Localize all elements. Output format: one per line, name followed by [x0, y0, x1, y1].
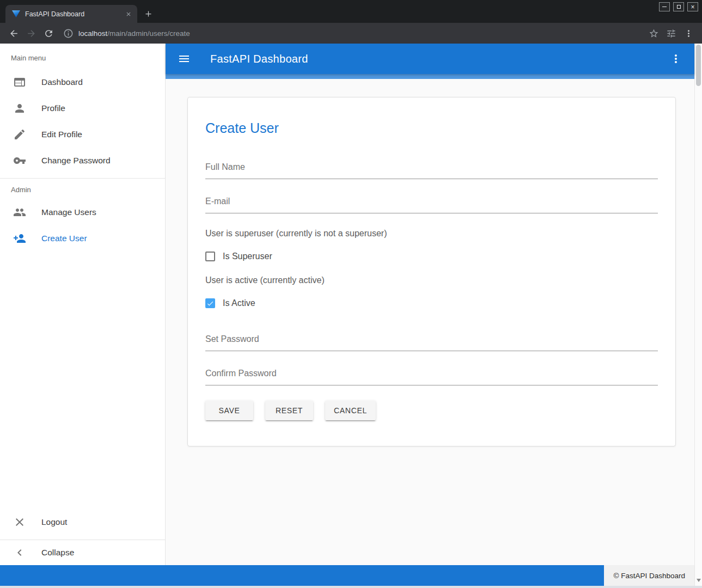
active-hint: User is active (currently active): [205, 275, 658, 285]
sidebar-item-label: Manage Users: [41, 207, 96, 217]
sidebar-item-label: Edit Profile: [41, 130, 82, 139]
create-user-card: Create User User is superuser (currently…: [187, 97, 676, 446]
browser-window: FastAPI Dashboard × localhost/: [0, 0, 702, 588]
set-password-input[interactable]: [205, 332, 658, 351]
sidebar-item-profile[interactable]: Profile: [0, 95, 165, 121]
sidebar-item-logout[interactable]: Logout: [0, 509, 165, 535]
page: Main menu Dashboard Profile: [0, 44, 702, 586]
sidebar-item-label: Dashboard: [41, 77, 83, 87]
sidebar-section-admin: Admin: [0, 179, 165, 199]
browser-menu-icon[interactable]: [680, 25, 697, 41]
content-area: Create User User is superuser (currently…: [166, 79, 694, 565]
active-checkbox-label: Is Active: [223, 298, 255, 308]
close-button[interactable]: ×: [687, 2, 698, 11]
appbar-more-icon[interactable]: [669, 52, 682, 65]
sidebar-item-label: Collapse: [41, 548, 74, 558]
url-path: /main/admin/users/create: [107, 29, 190, 38]
browser-tab[interactable]: FastAPI Dashboard: [5, 5, 137, 23]
full-name-input[interactable]: [205, 160, 658, 179]
active-checkbox[interactable]: [205, 298, 215, 308]
save-button[interactable]: SAVE: [205, 401, 253, 420]
window-controls: ×: [659, 2, 698, 11]
sidebar-spacer: [0, 252, 165, 509]
confirm-password-field: [205, 366, 658, 385]
sidebar-item-manage-users[interactable]: Manage Users: [0, 199, 165, 225]
site-info-icon[interactable]: [60, 25, 76, 41]
vuetify-logo-icon: [12, 10, 20, 17]
reset-button[interactable]: RESET: [265, 401, 313, 420]
form-actions: SAVE RESET CANCEL: [205, 401, 658, 420]
sidebar: Main menu Dashboard Profile: [0, 44, 166, 565]
url-text: localhost/main/admin/users/create: [78, 29, 190, 38]
set-password-field: [205, 332, 658, 351]
appbar-title: FastAPI Dashboard: [210, 53, 308, 65]
tab-title: FastAPI Dashboard: [25, 10, 119, 18]
sidebar-item-dashboard[interactable]: Dashboard: [0, 69, 165, 95]
tab-close-icon[interactable]: [124, 9, 133, 19]
back-icon[interactable]: [5, 25, 22, 41]
superuser-checkbox-row: Is Superuser: [205, 252, 658, 261]
url-host: localhost: [78, 29, 107, 38]
forward-icon[interactable]: [23, 25, 39, 41]
sidebar-item-label: Profile: [41, 103, 65, 113]
superuser-checkbox-label: Is Superuser: [223, 252, 272, 261]
chevron-left-icon: [13, 546, 26, 559]
check-icon: [206, 299, 214, 308]
page-title: Create User: [205, 120, 658, 136]
sidebar-item-collapse[interactable]: Collapse: [0, 540, 165, 565]
bookmark-star-icon[interactable]: [645, 25, 662, 41]
email-input[interactable]: [205, 194, 658, 213]
person-icon: [13, 102, 26, 115]
minimize-button[interactable]: [659, 2, 670, 11]
tab-strip: FastAPI Dashboard ×: [0, 0, 702, 23]
confirm-password-input[interactable]: [205, 366, 658, 385]
key-icon: [13, 154, 26, 167]
superuser-checkbox[interactable]: [205, 252, 215, 261]
logout-x-icon: [13, 516, 26, 529]
full-name-field: [205, 160, 658, 179]
superuser-hint: User is superuser (currently is not a su…: [205, 229, 658, 238]
footer-copyright: © FastAPI Dashboard: [604, 565, 694, 586]
hamburger-menu-icon[interactable]: [178, 52, 191, 65]
new-tab-icon[interactable]: [141, 6, 156, 21]
sidebar-section-main-menu: Main menu: [0, 44, 165, 69]
app-bar: FastAPI Dashboard: [166, 44, 694, 74]
person-add-icon: [13, 232, 26, 245]
window-edge: [0, 586, 702, 588]
scroll-down-arrow-icon[interactable]: [697, 579, 701, 582]
footer: © FastAPI Dashboard: [0, 565, 694, 586]
sidebar-item-label: Change Password: [41, 156, 111, 166]
sidebar-item-edit-profile[interactable]: Edit Profile: [0, 121, 165, 148]
email-field: [205, 194, 658, 213]
reload-icon[interactable]: [40, 25, 57, 41]
sidebar-item-change-password[interactable]: Change Password: [0, 148, 165, 174]
sidebar-item-label: Create User: [41, 234, 87, 243]
pencil-icon: [13, 128, 26, 141]
scrollbar-thumb[interactable]: [696, 45, 701, 86]
maximize-button[interactable]: [673, 2, 684, 11]
people-icon: [13, 206, 26, 219]
sidebar-item-create-user[interactable]: Create User: [0, 225, 165, 252]
active-checkbox-row: Is Active: [205, 298, 658, 308]
main-area: FastAPI Dashboard Create User: [166, 44, 694, 565]
scrollbar[interactable]: [694, 44, 702, 586]
browser-toolbar: localhost/main/admin/users/create: [0, 23, 702, 44]
tune-icon[interactable]: [663, 25, 679, 41]
progress-bar: [166, 74, 694, 79]
cancel-button[interactable]: CANCEL: [325, 401, 376, 420]
dashboard-icon: [13, 76, 26, 89]
sidebar-item-label: Logout: [41, 517, 67, 527]
address-bar[interactable]: localhost/main/admin/users/create: [60, 25, 642, 41]
